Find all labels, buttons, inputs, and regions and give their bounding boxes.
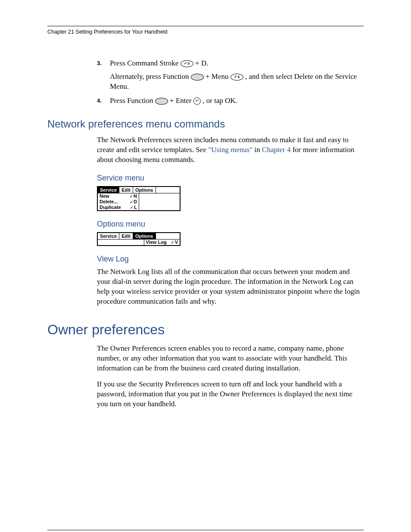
service-menu-screenshot: Service Edit Options NewN Delete...D Dup… <box>97 186 181 212</box>
menu-item-new: NewN <box>98 193 139 199</box>
header-rule <box>47 26 364 26</box>
body-text: If you use the Security Preferences scre… <box>97 380 364 409</box>
menu-tab-service: Service <box>98 187 119 193</box>
body-text: The Network Log lists all of the communi… <box>97 267 364 307</box>
link-using-menus[interactable]: "Using menus" <box>208 146 252 154</box>
command-stroke-icon: ✓s <box>181 60 193 67</box>
step-text: + Menu <box>206 72 230 81</box>
body-text: The Owner Preferences screen enables you… <box>97 344 364 373</box>
step-3: 3. Press Command Stroke ✓s + D. Alternat… <box>97 59 364 92</box>
menu-item-duplicate: DuplicateL <box>98 205 139 210</box>
menu-item-delete: Delete...D <box>98 199 139 205</box>
running-head: Chapter 21 Setting Preferences for Your … <box>47 29 364 35</box>
menu-tab-options: Options <box>133 233 156 240</box>
text: in <box>255 146 262 154</box>
menu-tab-options: Options <box>133 187 156 193</box>
page-footer: 358 <box>47 530 364 532</box>
step-text: Alternately, press Function <box>110 72 191 81</box>
link-chapter-4[interactable]: Chapter 4 <box>262 146 291 154</box>
menu-tab-edit: Edit <box>119 187 133 193</box>
heading-owner-preferences: Owner preferences <box>47 322 364 338</box>
step-text: Press Command Stroke <box>110 59 181 67</box>
step-text: , or tap OK. <box>202 96 237 105</box>
menu-key-icon: ✓s <box>230 74 243 81</box>
heading-options-menu: Options menu <box>97 220 364 229</box>
step-text: + Enter <box>170 96 193 105</box>
heading-network-menu-commands: Network preferences menu commands <box>47 118 364 130</box>
options-menu-screenshot: Service Edit Options View Log V <box>97 232 181 246</box>
menu-item-view-log: View Log V <box>144 240 180 245</box>
menu-tab-edit: Edit <box>119 233 133 240</box>
step-number: 3. <box>97 59 102 67</box>
step-number: 4. <box>97 97 102 105</box>
heading-service-menu: Service menu <box>97 174 364 183</box>
function-key-icon <box>155 98 168 105</box>
function-key-icon <box>191 74 204 81</box>
body-text: The Network Preferences screen includes … <box>97 135 364 165</box>
step-text: + D. <box>195 59 208 67</box>
step-4: 4. Press Function + Enter ↵ , or tap OK. <box>97 96 364 106</box>
heading-view-log: View Log <box>97 255 364 264</box>
enter-key-icon: ↵ <box>193 97 201 105</box>
footer-rule <box>47 530 364 530</box>
step-text: Press Function <box>110 96 155 105</box>
menu-tab-service: Service <box>98 233 119 240</box>
